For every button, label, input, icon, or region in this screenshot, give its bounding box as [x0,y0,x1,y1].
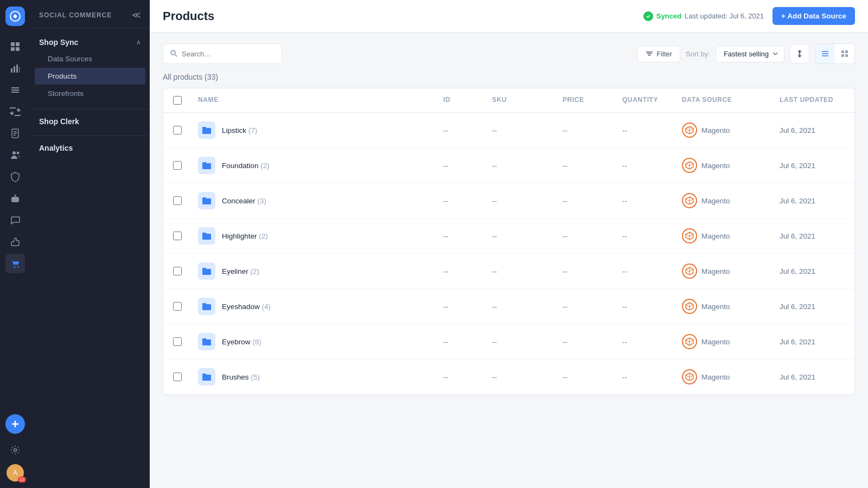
nav-analytics-icon[interactable] [5,59,25,78]
row-id: -- [437,329,486,355]
row-name-cell[interactable]: Eyeshadow (4) [192,289,437,324]
table-row: Highlighter (2) -- -- -- -- Magento Jul … [163,219,854,254]
user-avatar[interactable]: A 12 [7,464,24,481]
row-name-cell[interactable]: Eyeliner (2) [192,254,437,288]
nav-orders-icon[interactable] [5,124,25,143]
row-checkbox-5[interactable] [173,302,182,311]
table-row: Eyeshadow (4) -- -- -- -- Magento Jul 6,… [163,289,854,324]
row-checkbox-4[interactable] [173,267,182,275]
svg-point-16 [13,199,15,201]
row-checkbox-1[interactable] [173,161,182,170]
row-id: -- [437,364,486,390]
nav-catalog-icon[interactable] [5,80,25,100]
nav-shield-icon[interactable] [5,167,25,187]
nav-dashboard-icon[interactable] [5,37,25,56]
settings-icon[interactable] [5,440,25,460]
folder-icon [198,121,215,139]
sync-indicator [643,11,653,21]
row-name-cell[interactable]: Lipstick (7) [192,113,437,147]
topbar-right: Synced Last updated: Jul 6, 2021 + Add D… [643,7,855,25]
row-name-cell[interactable]: Brushes (5) [192,359,437,394]
search-box[interactable] [163,43,282,64]
row-checkbox-3[interactable] [173,232,182,240]
svg-line-24 [175,54,177,56]
svg-point-23 [171,50,175,55]
add-action-button[interactable] [5,414,25,434]
col-header-id: ID [437,88,486,112]
filter-button[interactable]: Filter [637,46,680,62]
sidebar-shop-clerk-label[interactable]: Shop Clerk [30,112,150,131]
sort-by-label: Sort by: [686,50,710,58]
svg-point-22 [14,449,17,452]
folder-icon [198,262,215,280]
svg-point-18 [14,266,16,268]
svg-rect-8 [19,67,20,73]
row-price: -- [556,294,616,319]
row-quantity: -- [616,259,675,284]
row-source-name: Magento [701,267,730,275]
row-checkbox-2[interactable] [173,196,182,205]
table-body: Lipstick (7) -- -- -- -- Magento Jul 6, … [163,113,854,394]
nav-cart-icon[interactable] [5,254,25,273]
row-updated: Jul 6, 2021 [773,329,854,355]
row-id: -- [437,223,486,249]
row-price: -- [556,259,616,284]
row-updated: Jul 6, 2021 [773,294,854,319]
row-name-cell[interactable]: Foundation (2) [192,148,437,183]
table-row: Eyeliner (2) -- -- -- -- Magento Jul 6, … [163,254,854,289]
sidebar-analytics-label[interactable]: Analytics [30,138,150,158]
svg-rect-2 [16,42,20,46]
svg-rect-1 [11,42,15,46]
row-price: -- [556,364,616,390]
row-price: -- [556,153,616,178]
row-name-cell[interactable]: Concealer (3) [192,183,437,218]
row-checkbox-0[interactable] [173,126,182,134]
table-row: Eyebrow (8) -- -- -- -- Magento Jul 6, 2… [163,324,854,359]
col-header-quantity: Quantity [616,88,675,112]
row-checkbox-cell [163,258,192,284]
sort-direction-button[interactable] [790,44,809,63]
sidebar-item-products[interactable]: Products [35,68,145,85]
filter-label: Filter [656,50,672,58]
sidebar-shop-clerk-section: Shop Clerk [30,109,150,133]
grid-view-button[interactable] [835,44,854,63]
nav-chat-icon[interactable] [5,210,25,230]
search-input[interactable] [182,50,275,58]
sidebar-item-data-sources[interactable]: Data Sources [35,50,145,67]
table-row: Concealer (3) -- -- -- -- Magento Jul 6,… [163,183,854,219]
row-quantity: -- [616,329,675,355]
nav-sync-icon[interactable] [5,102,25,121]
magento-icon [682,123,697,138]
magento-icon [682,158,697,173]
row-checkbox-6[interactable] [173,337,182,346]
row-quantity: -- [616,294,675,319]
row-sku: -- [486,329,556,355]
select-all-checkbox[interactable] [173,96,182,105]
row-name-cell[interactable]: Highlighter (2) [192,219,437,253]
add-data-source-button[interactable]: + Add Data Source [773,7,855,25]
col-header-sku: SKU [486,88,556,112]
list-view-button[interactable] [815,44,835,63]
toolbar: Filter Sort by: Fastest selling [163,43,855,64]
folder-icon [198,333,215,350]
nav-users-icon[interactable] [5,145,25,165]
sort-select[interactable]: Fastest selling [716,46,784,62]
row-source-cell: Magento [675,361,773,393]
app-logo [5,7,25,26]
sidebar-shop-sync-header[interactable]: Shop Sync ∧ [30,33,150,50]
sidebar-item-storefronts[interactable]: Storefronts [35,85,145,102]
row-source-name: Magento [701,338,730,346]
collapse-button[interactable]: ≪ [132,10,141,20]
row-checkbox-cell [163,364,192,390]
sidebar-analytics-section: Analytics [30,136,150,160]
row-name-cell[interactable]: Eyebrow (8) [192,324,437,359]
table-row: Brushes (5) -- -- -- -- Magento Jul 6, 2… [163,359,854,394]
row-price: -- [556,223,616,249]
nav-thumb-icon[interactable] [5,232,25,252]
col-header-name: Name [192,88,437,112]
row-price: -- [556,188,616,214]
sidebar: SOCIAL COMMERCE ≪ Shop Sync ∧ Data Sourc… [30,0,150,488]
nav-bot-icon[interactable] [5,189,25,208]
row-checkbox-7[interactable] [173,373,182,381]
row-source-name: Magento [701,303,730,311]
